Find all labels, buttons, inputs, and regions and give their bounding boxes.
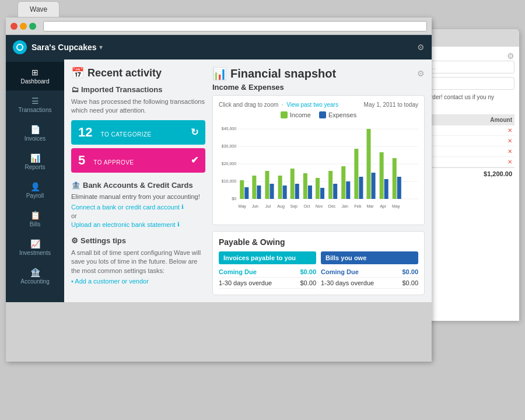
svg-rect-26: [333, 184, 337, 199]
svg-text:Sep: Sep: [290, 204, 298, 209]
browser-tab[interactable]: Wave: [18, 1, 60, 17]
income-dot: [281, 111, 288, 118]
categorize-number: 12: [78, 125, 92, 140]
sidebar-item-label: Payroll: [26, 192, 44, 199]
bank-desc: Eliminate manual entry from your account…: [71, 193, 205, 200]
categorize-label: TO CATEGORIZE: [100, 131, 151, 138]
svg-rect-23: [316, 178, 320, 199]
sidebar-item-investments[interactable]: 📈 Investments: [6, 233, 64, 262]
svg-text:Aug: Aug: [277, 204, 285, 209]
sidebar: ⊞ Dashboard ☰ Transactions 📄 Invoices 📊 …: [6, 60, 64, 302]
svg-rect-36: [397, 177, 401, 199]
bills-header: Bills you owe: [321, 251, 418, 264]
snapshot-gear-icon[interactable]: ⚙: [417, 69, 425, 78]
categorize-icon: ↻: [191, 127, 198, 138]
svg-rect-32: [372, 173, 376, 199]
categorize-content: 12 TO CATEGORIZE: [78, 125, 152, 140]
transactions-icon: ☰: [32, 96, 39, 106]
coming-due-bills-val: $0.00: [402, 268, 418, 275]
svg-rect-15: [265, 171, 269, 199]
approve-label: TO APPROVE: [93, 159, 134, 166]
bar-chart: $40,000 $30,000 $20,000 $10,000 $0: [219, 123, 418, 219]
svg-text:$0: $0: [232, 197, 236, 201]
app-header: Sara's Cupcakes ▾ ⚙: [6, 35, 432, 60]
svg-rect-11: [240, 180, 244, 199]
categorize-button[interactable]: 12 TO CATEGORIZE ↻: [71, 120, 205, 145]
sidebar-item-payroll[interactable]: 👤 Payroll: [6, 176, 64, 205]
bank-icon: 🏦: [71, 181, 80, 190]
upload-statement-link[interactable]: Upload an electronic bank statement ℹ: [71, 221, 205, 228]
invoices-header: Invoices payable to you: [219, 251, 316, 264]
overdue-bills-val: $0.00: [402, 279, 418, 286]
svg-rect-29: [354, 149, 358, 199]
bills-overdue-label: 1-30 days overdue: [321, 279, 374, 286]
settings-desc: A small bit of time spent configuring Wa…: [71, 249, 205, 275]
sidebar-item-accounting[interactable]: 🏦 Accounting: [6, 262, 64, 290]
url-bar[interactable]: [43, 21, 427, 32]
sidebar-item-invoices[interactable]: 📄 Invoices: [6, 119, 64, 148]
date-range: May 1, 2011 to today: [364, 102, 418, 108]
sidebar-item-transactions[interactable]: ☰ Transactions: [6, 90, 64, 119]
sidebar-item-dashboard[interactable]: ⊞ Dashboard: [6, 62, 64, 90]
company-dropdown-arrow[interactable]: ▾: [99, 43, 103, 51]
settings-gear-icon: ⚙: [71, 236, 78, 245]
svg-rect-30: [359, 177, 363, 199]
sidebar-item-label: Bills: [30, 221, 40, 228]
svg-rect-14: [257, 186, 261, 199]
browser-toolbar: [6, 18, 432, 35]
svg-rect-17: [278, 176, 282, 199]
payable-owing-section: Payable & Owing Invoices payable to you …: [212, 231, 425, 295]
svg-text:Oct: Oct: [303, 204, 310, 208]
close-btn[interactable]: [10, 23, 18, 30]
bank-section-title: 🏦 Bank Accounts & Credit Cards: [71, 181, 205, 190]
settings-item1[interactable]: • Add a customer or vendor: [71, 278, 205, 285]
svg-rect-33: [380, 152, 384, 199]
bank-section: 🏦 Bank Accounts & Credit Cards Eliminate…: [71, 181, 205, 228]
approve-number: 5: [78, 153, 85, 168]
svg-text:Nov: Nov: [316, 204, 323, 208]
svg-text:$10,000: $10,000: [222, 179, 237, 183]
imported-icon: 🗂: [71, 85, 79, 94]
settings-section: ⚙ Settings tips A small bit of time spen…: [71, 236, 205, 285]
bills-coming-due-row: Coming Due $0.00: [321, 267, 418, 278]
chart-legend: Income Expenses: [219, 111, 418, 118]
bills-overdue-row: 1-30 days overdue $0.00: [321, 278, 418, 289]
info-icon: ℹ: [181, 204, 184, 210]
svg-rect-28: [346, 181, 350, 199]
right-panel: 📊 Financial snapshot ⚙ Income & Expenses…: [212, 66, 425, 295]
app-logo: [13, 40, 27, 54]
investments-icon: 📈: [30, 239, 40, 249]
svg-rect-19: [290, 169, 295, 199]
invoices-coming-due-row: Coming Due $0.00: [219, 267, 316, 278]
info-icon2: ℹ: [177, 221, 180, 228]
minimize-btn[interactable]: [20, 23, 27, 30]
sidebar-item-label: Dashboard: [21, 78, 50, 85]
connect-bank-link[interactable]: Connect a bank or credit card account ℹ: [71, 204, 205, 211]
svg-rect-13: [252, 176, 256, 199]
dashboard-icon: ⊞: [32, 68, 38, 77]
app-body: ⊞ Dashboard ☰ Transactions 📄 Invoices 📊 …: [6, 60, 432, 302]
sidebar-item-label: Investments: [19, 250, 51, 256]
zoom-hint: Click and drag to zoom · View past two y…: [219, 102, 338, 108]
reports-icon: 📊: [30, 153, 40, 163]
chart-controls: Click and drag to zoom · View past two y…: [219, 102, 418, 108]
maximize-btn[interactable]: [29, 23, 36, 30]
svg-rect-22: [308, 186, 312, 199]
header-gear-icon[interactable]: ⚙: [417, 43, 425, 52]
svg-rect-18: [283, 186, 287, 199]
svg-text:Jul: Jul: [265, 204, 271, 208]
payroll-icon: 👤: [30, 182, 40, 191]
main-browser: Wave Sara's Cupcakes ▾ ⚙ ⊞ Dashboard ☰ T…: [6, 18, 432, 362]
main-content: 📅 Recent activity 🗂 Imported Transaction…: [64, 60, 432, 302]
svg-text:Mar: Mar: [366, 204, 374, 208]
sidebar-item-reports[interactable]: 📊 Reports: [6, 148, 64, 176]
sidebar-item-bills[interactable]: 📋 Bills: [6, 205, 64, 233]
legend-expenses: Expenses: [319, 111, 356, 118]
view-past-link[interactable]: View past two years: [286, 102, 338, 108]
svg-rect-20: [295, 184, 299, 199]
svg-text:$20,000: $20,000: [222, 162, 237, 166]
approve-button[interactable]: 5 TO APPROVE ✔: [71, 148, 205, 173]
accounting-icon: 🏦: [30, 268, 40, 277]
snapshot-icon: 📊: [212, 66, 227, 80]
company-name[interactable]: Sara's Cupcakes: [32, 43, 97, 52]
